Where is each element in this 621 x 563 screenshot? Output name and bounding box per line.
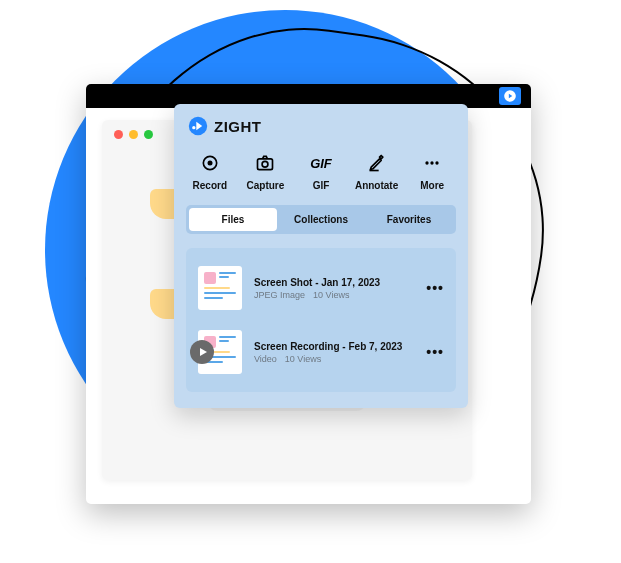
play-icon: [190, 340, 214, 364]
file-title: Screen Shot - Jan 17, 2023: [254, 277, 414, 288]
file-meta: Video10 Views: [254, 354, 414, 364]
file-thumbnail: [198, 266, 242, 310]
file-item[interactable]: Screen Shot - Jan 17, 2023 JPEG Image10 …: [186, 256, 456, 320]
tab-files[interactable]: Files: [189, 208, 277, 231]
tool-label: Record: [193, 180, 227, 191]
file-more-icon[interactable]: •••: [426, 280, 444, 296]
file-title: Screen Recording - Feb 7, 2023: [254, 341, 414, 352]
zight-panel: ZIGHT Record Capture GIF GIF Annotate: [174, 104, 468, 408]
tabs: Files Collections Favorites: [186, 205, 456, 234]
tool-label: Annotate: [355, 180, 398, 191]
tab-collections[interactable]: Collections: [277, 208, 365, 231]
more-icon: [421, 152, 443, 174]
svg-point-6: [262, 161, 268, 167]
tool-label: More: [420, 180, 444, 191]
svg-point-10: [436, 161, 439, 164]
file-item[interactable]: Screen Recording - Feb 7, 2023 Video10 V…: [186, 320, 456, 384]
svg-point-2: [192, 126, 195, 129]
tab-favorites[interactable]: Favorites: [365, 208, 453, 231]
file-meta: JPEG Image10 Views: [254, 290, 414, 300]
gif-button[interactable]: GIF GIF: [295, 152, 347, 191]
capture-button[interactable]: Capture: [239, 152, 291, 191]
zight-logo-icon: [188, 116, 208, 136]
annotate-button[interactable]: Annotate: [351, 152, 403, 191]
camera-icon: [254, 152, 276, 174]
svg-point-8: [426, 161, 429, 164]
file-more-icon[interactable]: •••: [426, 344, 444, 360]
close-dot-icon: [114, 130, 123, 139]
file-info: Screen Recording - Feb 7, 2023 Video10 V…: [254, 341, 414, 364]
record-icon: [199, 152, 221, 174]
minimize-dot-icon: [129, 130, 138, 139]
record-button[interactable]: Record: [184, 152, 236, 191]
svg-point-4: [207, 161, 212, 166]
maximize-dot-icon: [144, 130, 153, 139]
titlebar-zight-icon: [499, 87, 521, 105]
panel-header: ZIGHT: [174, 104, 468, 146]
pencil-icon: [366, 152, 388, 174]
more-button[interactable]: More: [406, 152, 458, 191]
tool-label: GIF: [313, 180, 330, 191]
tool-label: Capture: [246, 180, 284, 191]
toolbar: Record Capture GIF GIF Annotate More: [174, 146, 468, 205]
svg-point-9: [431, 161, 434, 164]
brand-name: ZIGHT: [214, 118, 262, 135]
svg-rect-5: [258, 159, 273, 170]
file-info: Screen Shot - Jan 17, 2023 JPEG Image10 …: [254, 277, 414, 300]
gif-icon: GIF: [310, 152, 332, 174]
file-list: Screen Shot - Jan 17, 2023 JPEG Image10 …: [186, 248, 456, 392]
